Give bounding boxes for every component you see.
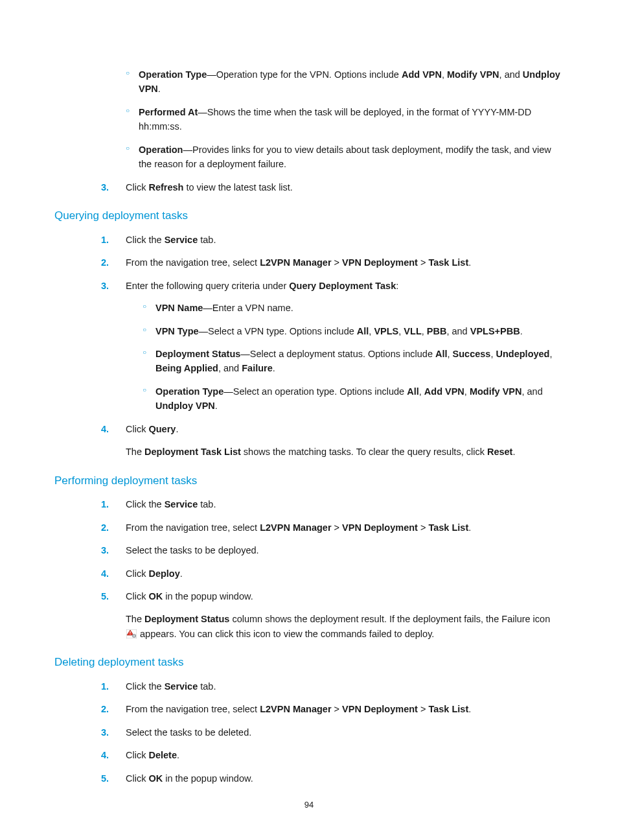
criteria-deployment-status: Deployment Status—Select a deployment st…	[143, 347, 561, 376]
text: tab.	[198, 681, 216, 692]
text: column shows the deployment result. If t…	[229, 614, 550, 624]
text: , and	[446, 326, 470, 336]
svg-rect-2	[130, 631, 131, 633]
ui-label: OK	[148, 591, 163, 601]
ui-label: Service	[165, 681, 198, 692]
text: Click	[126, 591, 148, 601]
field-label: Operation Type	[155, 386, 223, 397]
step-5: 5. Click OK in the popup window.	[101, 771, 561, 786]
text: From the navigation tree, select	[126, 257, 260, 268]
text: appears. You can click this icon to view…	[137, 629, 434, 639]
text: >	[418, 704, 429, 714]
option: Being Applied	[155, 363, 218, 373]
step-marker: 2.	[101, 702, 109, 716]
text: —Select a VPN type. Options include	[199, 326, 357, 336]
option: VPLS+PBB	[470, 326, 520, 336]
step-3: 3. Select the tasks to be deployed.	[101, 543, 561, 557]
ui-label: L2VPN Manager	[260, 704, 331, 714]
field-label: VPN Name	[155, 303, 203, 313]
section-performing: Performing deployment tasks	[54, 472, 561, 489]
step-3: 3. Select the tasks to be deleted.	[101, 725, 561, 740]
text: .	[273, 363, 275, 373]
svg-rect-5	[133, 635, 134, 636]
ui-label: Service	[165, 235, 198, 245]
ui-label: L2VPN Manager	[260, 257, 331, 268]
field-label: Operation	[139, 145, 183, 155]
option: PBB	[427, 326, 447, 336]
text: tab.	[198, 499, 216, 509]
text: .	[512, 447, 515, 457]
text: Click	[126, 424, 148, 434]
step-marker: 1.	[101, 497, 109, 511]
step-5: 5. Click OK in the popup window.	[101, 589, 561, 603]
text: .	[520, 326, 523, 336]
field-label: Operation Type	[139, 69, 207, 80]
text: , and	[218, 363, 242, 373]
document-page: Operation Type—Operation type for the VP…	[0, 0, 618, 840]
text: Click	[126, 568, 148, 579]
text: ,	[549, 349, 552, 359]
step-3: 3. Enter the following query criteria un…	[101, 279, 561, 414]
text: From the navigation tree, select	[126, 704, 260, 714]
text: shows the matching tasks. To clear the q…	[241, 447, 487, 457]
field-performed-at: Performed At—Shows the time when the tas…	[126, 105, 561, 134]
text: The	[126, 614, 144, 624]
text: .	[215, 401, 218, 411]
step-marker: 1.	[101, 233, 109, 247]
step-2: 2. From the navigation tree, select L2VP…	[101, 702, 561, 716]
ui-label: Deploy	[148, 568, 179, 579]
step-marker: 5.	[101, 589, 109, 603]
svg-rect-3	[130, 634, 131, 635]
field-label: Deployment Status	[155, 349, 240, 359]
option: Undeployed	[496, 349, 550, 359]
text: —Enter a VPN name.	[203, 303, 293, 313]
text: >	[332, 257, 343, 268]
option: Add VPN	[424, 386, 464, 397]
text: .	[177, 750, 179, 760]
text: Click	[126, 750, 148, 760]
text: —Shows the time when the task will be de…	[139, 107, 531, 132]
ui-label: Reset	[487, 447, 513, 457]
option: Undploy VPN	[155, 401, 215, 411]
option: All	[357, 326, 369, 336]
field-label: VPN Type	[155, 326, 199, 336]
text: .	[180, 568, 183, 579]
field-operation-type: Operation Type—Operation type for the VP…	[126, 67, 561, 97]
text: ,	[419, 386, 424, 397]
ui-label: Query	[148, 424, 176, 434]
ui-label: Task List	[428, 257, 468, 268]
text: >	[332, 704, 343, 714]
text: Click	[126, 773, 148, 784]
text: From the navigation tree, select	[126, 522, 260, 533]
option: All	[407, 386, 419, 397]
option: VLL	[404, 326, 421, 336]
text: in the popup window.	[163, 773, 253, 784]
ui-label: VPN Deployment	[342, 704, 418, 714]
step-marker: 2.	[101, 520, 109, 535]
step-marker: 3.	[101, 279, 109, 293]
deleting-steps: 1. Click the Service tab. 2. From the na…	[101, 679, 561, 786]
text: :	[396, 281, 398, 291]
option: Add VPN	[402, 69, 442, 80]
step-2: 2. From the navigation tree, select L2VP…	[101, 255, 561, 270]
field-operation: Operation—Provides links for you to view…	[126, 143, 561, 172]
step-1: 1. Click the Service tab.	[101, 233, 561, 247]
text: ,	[464, 386, 470, 397]
querying-steps: 1. Click the Service tab. 2. From the na…	[101, 233, 561, 437]
section-querying: Querying deployment tasks	[54, 207, 561, 224]
text: Click the	[126, 681, 165, 692]
text: tab.	[198, 235, 216, 245]
text: >	[418, 257, 429, 268]
page-number: 94	[0, 799, 618, 811]
text: Click	[126, 182, 148, 192]
text: —Provides links for you to view details …	[139, 145, 551, 169]
text: Click the	[126, 235, 165, 245]
text: Select the tasks to be deployed.	[126, 545, 259, 555]
criteria-vpn-name: VPN Name—Enter a VPN name.	[143, 301, 561, 315]
criteria-operation-type: Operation Type—Select an operation type.…	[143, 384, 561, 414]
text: ,	[442, 69, 447, 80]
text: in the popup window.	[163, 591, 253, 601]
text: >	[418, 522, 429, 533]
ui-label: Delete	[148, 750, 177, 760]
text: .	[468, 522, 471, 533]
